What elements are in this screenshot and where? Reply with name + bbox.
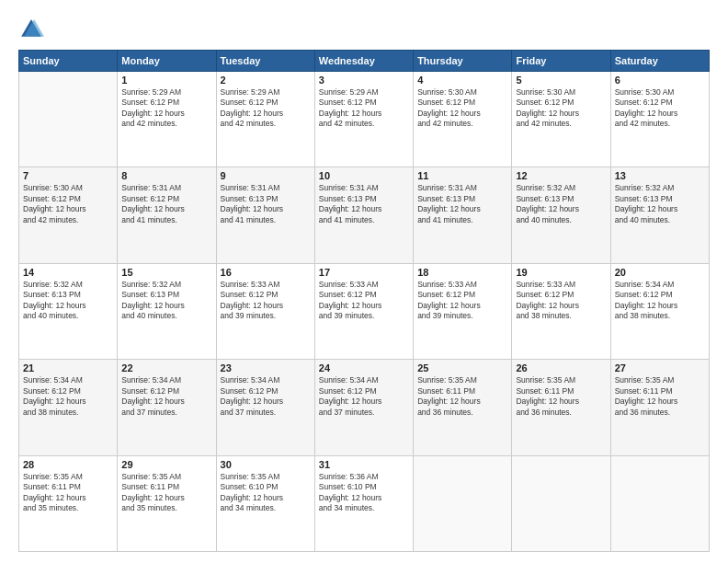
calendar-cell [414,455,512,551]
calendar-cell: 6Sunrise: 5:30 AM Sunset: 6:12 PM Daylig… [610,72,709,167]
day-number: 14 [23,267,113,278]
calendar-cell: 7Sunrise: 5:30 AM Sunset: 6:12 PM Daylig… [19,167,118,263]
cell-info: Sunrise: 5:34 AM Sunset: 6:12 PM Dayligh… [23,375,113,418]
cell-info: Sunrise: 5:32 AM Sunset: 6:13 PM Dayligh… [121,280,211,322]
calendar-cell: 31Sunrise: 5:36 AM Sunset: 6:10 PM Dayli… [314,455,413,551]
day-number: 9 [221,170,311,181]
day-number: 13 [615,170,705,181]
day-number: 16 [221,267,311,278]
cell-info: Sunrise: 5:30 AM Sunset: 6:12 PM Dayligh… [23,183,113,225]
cell-info: Sunrise: 5:31 AM Sunset: 6:13 PM Dayligh… [417,183,507,225]
day-number: 15 [121,267,211,278]
day-number: 30 [221,459,311,470]
cell-info: Sunrise: 5:29 AM Sunset: 6:12 PM Dayligh… [121,87,211,130]
day-number: 17 [319,267,409,278]
day-number: 7 [23,170,113,181]
col-header-friday: Friday [512,51,610,72]
calendar-cell: 29Sunrise: 5:35 AM Sunset: 6:11 PM Dayli… [118,455,216,551]
week-row-1: 1Sunrise: 5:29 AM Sunset: 6:12 PM Daylig… [19,72,710,167]
cell-info: Sunrise: 5:31 AM Sunset: 6:13 PM Dayligh… [319,183,409,225]
page: SundayMondayTuesdayWednesdayThursdayFrid… [0,0,728,563]
cell-info: Sunrise: 5:30 AM Sunset: 6:12 PM Dayligh… [516,87,606,130]
calendar-cell [19,72,118,167]
cell-info: Sunrise: 5:35 AM Sunset: 6:11 PM Dayligh… [417,375,507,418]
calendar-cell: 30Sunrise: 5:35 AM Sunset: 6:10 PM Dayli… [216,455,314,551]
cell-info: Sunrise: 5:33 AM Sunset: 6:12 PM Dayligh… [516,280,606,322]
day-number: 31 [319,459,409,470]
cell-info: Sunrise: 5:35 AM Sunset: 6:11 PM Dayligh… [516,375,606,418]
col-header-thursday: Thursday [414,51,512,72]
logo-icon [18,17,44,42]
calendar-table: SundayMondayTuesdayWednesdayThursdayFrid… [18,50,710,552]
week-row-3: 14Sunrise: 5:32 AM Sunset: 6:13 PM Dayli… [19,263,710,359]
day-number: 8 [121,170,211,181]
calendar-cell: 19Sunrise: 5:33 AM Sunset: 6:12 PM Dayli… [512,263,610,359]
calendar-cell: 17Sunrise: 5:33 AM Sunset: 6:12 PM Dayli… [314,263,413,359]
calendar-cell: 28Sunrise: 5:35 AM Sunset: 6:11 PM Dayli… [19,455,118,551]
day-number: 12 [516,170,606,181]
cell-info: Sunrise: 5:34 AM Sunset: 6:12 PM Dayligh… [221,375,311,418]
day-number: 29 [121,459,211,470]
cell-info: Sunrise: 5:29 AM Sunset: 6:12 PM Dayligh… [319,87,409,130]
day-number: 28 [23,459,113,470]
col-header-sunday: Sunday [19,51,118,72]
day-number: 25 [417,362,507,373]
calendar-cell: 21Sunrise: 5:34 AM Sunset: 6:12 PM Dayli… [19,360,118,455]
cell-info: Sunrise: 5:31 AM Sunset: 6:13 PM Dayligh… [221,183,311,225]
calendar-cell: 11Sunrise: 5:31 AM Sunset: 6:13 PM Dayli… [414,167,512,263]
cell-info: Sunrise: 5:36 AM Sunset: 6:10 PM Dayligh… [319,472,409,514]
calendar-cell: 20Sunrise: 5:34 AM Sunset: 6:12 PM Dayli… [610,263,709,359]
calendar-cell: 3Sunrise: 5:29 AM Sunset: 6:12 PM Daylig… [314,72,413,167]
cell-info: Sunrise: 5:33 AM Sunset: 6:12 PM Dayligh… [221,280,311,322]
day-number: 24 [319,362,409,373]
cell-info: Sunrise: 5:31 AM Sunset: 6:12 PM Dayligh… [121,183,211,225]
header-row: SundayMondayTuesdayWednesdayThursdayFrid… [19,51,710,72]
logo [18,17,48,42]
calendar-cell: 13Sunrise: 5:32 AM Sunset: 6:13 PM Dayli… [610,167,709,263]
day-number: 10 [319,170,409,181]
week-row-2: 7Sunrise: 5:30 AM Sunset: 6:12 PM Daylig… [19,167,710,263]
calendar-cell: 8Sunrise: 5:31 AM Sunset: 6:12 PM Daylig… [118,167,216,263]
calendar-cell [610,455,709,551]
week-row-5: 28Sunrise: 5:35 AM Sunset: 6:11 PM Dayli… [19,455,710,551]
calendar-cell: 5Sunrise: 5:30 AM Sunset: 6:12 PM Daylig… [512,72,610,167]
cell-info: Sunrise: 5:34 AM Sunset: 6:12 PM Dayligh… [121,375,211,418]
week-row-4: 21Sunrise: 5:34 AM Sunset: 6:12 PM Dayli… [19,360,710,455]
header [18,17,710,42]
calendar-cell: 15Sunrise: 5:32 AM Sunset: 6:13 PM Dayli… [118,263,216,359]
calendar-cell: 25Sunrise: 5:35 AM Sunset: 6:11 PM Dayli… [414,360,512,455]
cell-info: Sunrise: 5:30 AM Sunset: 6:12 PM Dayligh… [615,87,705,130]
day-number: 23 [221,362,311,373]
day-number: 3 [319,75,409,86]
col-header-tuesday: Tuesday [216,51,314,72]
day-number: 21 [23,362,113,373]
day-number: 11 [417,170,507,181]
calendar-cell: 10Sunrise: 5:31 AM Sunset: 6:13 PM Dayli… [314,167,413,263]
day-number: 4 [417,75,507,86]
cell-info: Sunrise: 5:32 AM Sunset: 6:13 PM Dayligh… [516,183,606,225]
col-header-monday: Monday [118,51,216,72]
cell-info: Sunrise: 5:30 AM Sunset: 6:12 PM Dayligh… [417,87,507,130]
calendar-cell: 24Sunrise: 5:34 AM Sunset: 6:12 PM Dayli… [314,360,413,455]
cell-info: Sunrise: 5:34 AM Sunset: 6:12 PM Dayligh… [615,280,705,322]
cell-info: Sunrise: 5:35 AM Sunset: 6:11 PM Dayligh… [121,472,211,514]
calendar-cell: 23Sunrise: 5:34 AM Sunset: 6:12 PM Dayli… [216,360,314,455]
day-number: 27 [615,362,705,373]
calendar-cell: 12Sunrise: 5:32 AM Sunset: 6:13 PM Dayli… [512,167,610,263]
cell-info: Sunrise: 5:32 AM Sunset: 6:13 PM Dayligh… [615,183,705,225]
calendar-cell: 9Sunrise: 5:31 AM Sunset: 6:13 PM Daylig… [216,167,314,263]
day-number: 19 [516,267,606,278]
calendar-cell: 22Sunrise: 5:34 AM Sunset: 6:12 PM Dayli… [118,360,216,455]
col-header-wednesday: Wednesday [314,51,413,72]
calendar-cell: 18Sunrise: 5:33 AM Sunset: 6:12 PM Dayli… [414,263,512,359]
calendar-cell [512,455,610,551]
day-number: 26 [516,362,606,373]
cell-info: Sunrise: 5:33 AM Sunset: 6:12 PM Dayligh… [319,280,409,322]
cell-info: Sunrise: 5:35 AM Sunset: 6:10 PM Dayligh… [221,472,311,514]
calendar-cell: 27Sunrise: 5:35 AM Sunset: 6:11 PM Dayli… [610,360,709,455]
cell-info: Sunrise: 5:35 AM Sunset: 6:11 PM Dayligh… [615,375,705,418]
day-number: 18 [417,267,507,278]
day-number: 2 [221,75,311,86]
calendar-cell: 16Sunrise: 5:33 AM Sunset: 6:12 PM Dayli… [216,263,314,359]
cell-info: Sunrise: 5:33 AM Sunset: 6:12 PM Dayligh… [417,280,507,322]
